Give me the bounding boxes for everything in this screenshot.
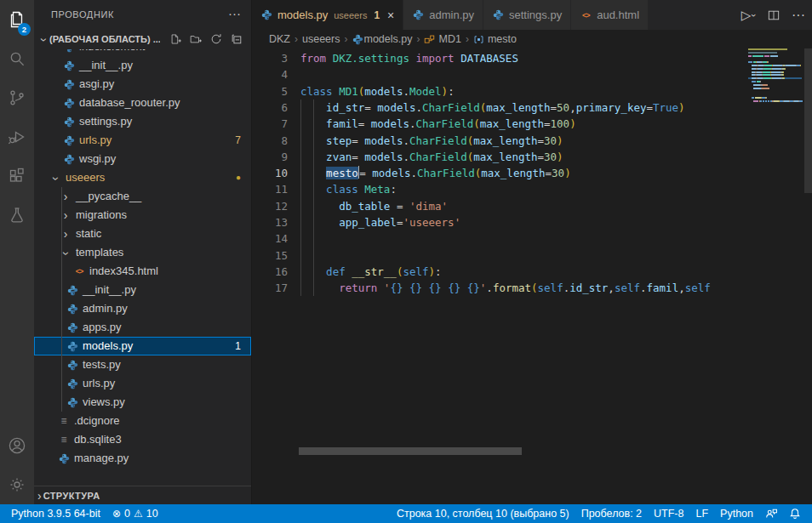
line-number-5[interactable]: 5 <box>252 83 288 99</box>
python-file-icon <box>63 135 75 146</box>
tab-models-py[interactable]: models.pyuseeers1× <box>252 0 403 30</box>
testing-icon[interactable] <box>0 196 34 235</box>
tree-item-database-roouter-py[interactable]: database_roouter.py <box>34 94 251 112</box>
explorer-more-icon[interactable]: ··· <box>228 0 241 27</box>
problems-indicator[interactable]: ⊗0 ⚠10 <box>106 504 164 523</box>
tree-item-apps-py[interactable]: apps.py <box>34 318 251 337</box>
breadcrumb-models-py[interactable]: models.py <box>352 33 412 45</box>
tree-item-migrations[interactable]: ›migrations <box>34 206 251 225</box>
code-editor[interactable]: 3from DKZ.settings import DATABASES45cla… <box>252 48 748 496</box>
tree-item-urls-py[interactable]: urls.py7 <box>34 131 251 150</box>
indentation-setting[interactable]: Пробелов: 2 <box>575 504 648 523</box>
code-line-5[interactable]: class MD1(models.Model): <box>300 83 455 99</box>
language-mode[interactable]: Python <box>714 504 759 523</box>
python-interpreter[interactable]: Python 3.9.5 64-bit <box>5 504 106 523</box>
tree-item-dcignore[interactable]: ≡.dcignore <box>34 412 251 430</box>
tree-item-init-py[interactable]: __init__.py <box>34 281 251 299</box>
refresh-icon[interactable] <box>210 33 222 45</box>
tree-item-pycache[interactable]: ›__pycache__ <box>34 187 251 206</box>
breadcrumb-md1[interactable]: MD1 <box>424 33 460 45</box>
line-number-14[interactable]: 14 <box>252 230 288 247</box>
line-number-11[interactable]: 11 <box>252 181 288 197</box>
split-editor-icon[interactable] <box>768 9 780 21</box>
breadcrumb-useeers[interactable]: useeers <box>302 33 340 45</box>
line-number-10[interactable]: 10 <box>252 165 288 181</box>
tree-item-db-sqlite3[interactable]: ≡db.sqlite3 <box>34 430 251 449</box>
eol-setting[interactable]: LF <box>689 504 714 523</box>
close-icon[interactable]: × <box>387 9 394 22</box>
tab-admin-py[interactable]: admin.py <box>403 0 483 30</box>
collapse-all-icon[interactable] <box>231 33 243 45</box>
line-number-3[interactable]: 3 <box>252 50 288 66</box>
tree-item-admin-py[interactable]: admin.py <box>34 299 251 318</box>
line-number-12[interactable]: 12 <box>252 198 288 214</box>
line-number-9[interactable]: 9 <box>252 149 288 165</box>
tree-item-useeers[interactable]: ›useeers● <box>34 168 251 187</box>
breadcrumb-mesto[interactable]: mesto <box>473 33 517 45</box>
explorer-sidebar: indexelement__init__.pyasgi.pydatabase_r… <box>34 0 251 504</box>
run-button[interactable]: ▷› <box>741 8 756 23</box>
new-file-icon[interactable] <box>169 33 181 45</box>
line-number-4[interactable]: 4 <box>252 66 288 82</box>
code-line-6[interactable]: id_str= models.CharField(max_length=50,p… <box>300 99 685 116</box>
tree-item-wsgi-py[interactable]: wsgi.py <box>34 150 251 168</box>
cursor-position[interactable]: Строка 10, столбец 10 (выбрано 5) <box>391 504 575 523</box>
line-number-15[interactable]: 15 <box>252 247 288 264</box>
code-line-16[interactable]: def __str__(self): <box>300 264 442 280</box>
code-line-3[interactable]: from DKZ.settings import DATABASES <box>300 50 518 66</box>
code-line-7[interactable]: famil= models.CharField(max_length=100) <box>300 116 576 132</box>
outline-section-header[interactable]: › СТРУКТУРА <box>34 486 251 504</box>
new-folder-icon[interactable] <box>190 33 202 45</box>
horizontal-scrollbar[interactable] <box>299 447 522 455</box>
tree-item-tests-py[interactable]: tests.py <box>34 355 251 374</box>
run-debug-icon[interactable] <box>0 117 34 156</box>
html-file-icon: <> <box>580 11 592 20</box>
feedback-icon[interactable] <box>759 504 783 523</box>
line-number-6[interactable]: 6 <box>252 99 288 116</box>
python-file-icon <box>58 453 70 464</box>
encoding-setting[interactable]: UTF-8 <box>648 504 689 523</box>
code-line-10[interactable]: mesto= models.CharField(max_length=30) <box>300 165 571 181</box>
tree-item-asgi-py[interactable]: asgi.py <box>34 75 251 94</box>
account-icon[interactable] <box>0 426 34 465</box>
source-control-icon[interactable] <box>0 78 34 117</box>
code-line-8[interactable]: step= models.CharField(max_length=30) <box>300 133 563 149</box>
search-icon[interactable] <box>0 39 34 78</box>
tree-item-urls-py[interactable]: urls.py <box>34 374 251 393</box>
code-line-9[interactable]: zvan= models.CharField(max_length=30) <box>300 149 563 165</box>
tree-item-models-py[interactable]: models.py1 <box>34 337 251 355</box>
explorer-icon[interactable]: 2 <box>0 0 34 39</box>
breadcrumb-dkz[interactable]: DKZ <box>269 33 290 45</box>
line-number-8[interactable]: 8 <box>252 133 288 149</box>
minimap[interactable] <box>748 48 802 496</box>
code-line-12[interactable]: db_table = 'dima' <box>300 198 448 214</box>
line-number-7[interactable]: 7 <box>252 116 288 132</box>
notifications-bell-icon[interactable] <box>783 504 807 523</box>
line-number-17[interactable]: 17 <box>252 280 288 296</box>
python-file-icon <box>66 304 78 315</box>
tree-item-manage-py[interactable]: manage.py <box>34 449 251 468</box>
explorer-badge: 2 <box>18 23 31 36</box>
extensions-icon[interactable] <box>0 156 34 196</box>
line-number-16[interactable]: 16 <box>252 264 288 280</box>
settings-gear-icon[interactable] <box>0 465 34 504</box>
tab-aud-html[interactable]: <>aud.html <box>571 0 648 30</box>
more-actions-icon[interactable]: ··· <box>792 8 805 23</box>
tree-item-static[interactable]: ›static <box>34 225 251 243</box>
code-line-17[interactable]: return '{} {} {} {} {}'.format(self.id_s… <box>300 280 711 296</box>
code-line-11[interactable]: class Meta: <box>300 181 397 197</box>
code-line-13[interactable]: app_label='useeers' <box>300 214 460 230</box>
tree-item-index345-html[interactable]: <>index345.html <box>34 262 251 281</box>
tree-item-init-py[interactable]: __init__.py <box>34 56 251 75</box>
tree-item-settings-py[interactable]: settings.py <box>34 112 251 131</box>
breadcrumb-separator: › <box>294 33 298 45</box>
tree-item-templates[interactable]: ›templates <box>34 243 251 262</box>
line-number-13[interactable]: 13 <box>252 214 288 230</box>
chevron-down-icon: › <box>37 34 51 46</box>
python-file-icon <box>63 154 75 165</box>
tree-item-views-py[interactable]: views.py <box>34 393 251 412</box>
vertical-scrollbar[interactable] <box>804 48 812 193</box>
tab-settings-py[interactable]: settings.py <box>483 0 570 30</box>
workspace-section-header[interactable]: › (РАБОЧАЯ ОБЛАСТЬ) ... <box>34 29 251 49</box>
warning-icon: ⚠ <box>134 508 143 520</box>
